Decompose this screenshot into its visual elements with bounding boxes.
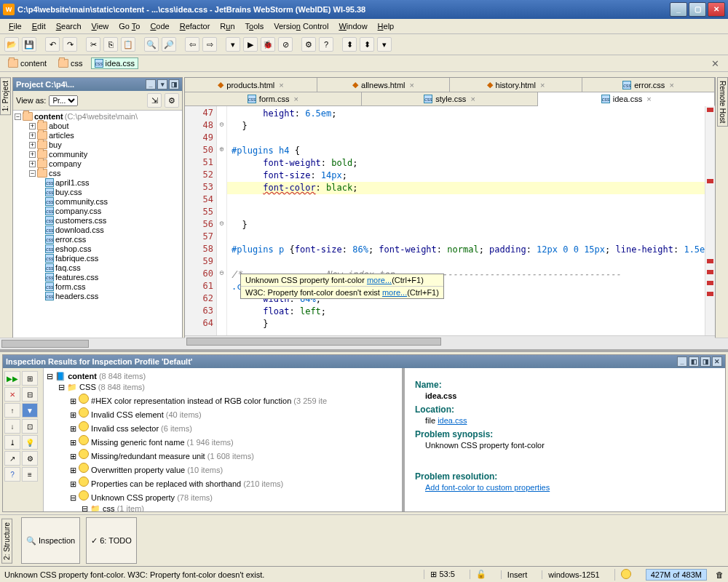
help2-icon[interactable]: ? bbox=[4, 467, 20, 482]
editor-hscroll[interactable] bbox=[185, 335, 715, 347]
export-icon[interactable]: ↗ bbox=[4, 451, 20, 466]
close-icon[interactable]: × bbox=[669, 81, 673, 89]
cut-button[interactable]: ✂ bbox=[86, 37, 100, 52]
collapse-icon[interactable]: ⊟ bbox=[22, 387, 38, 402]
dropdown-button[interactable]: ▾ bbox=[377, 37, 392, 52]
prev-icon[interactable]: ↑ bbox=[4, 403, 20, 418]
pane-opt-icon[interactable]: ▾ bbox=[157, 79, 167, 89]
location-link[interactable]: idea.css bbox=[438, 416, 467, 425]
tooltip-more1[interactable]: more... bbox=[367, 276, 392, 284]
status-memory[interactable]: 427M of 483M bbox=[646, 569, 707, 581]
tab-inspection[interactable]: 🔍 Inspection bbox=[21, 517, 80, 564]
crumb-idea-css[interactable]: cssidea.css bbox=[91, 57, 138, 69]
redo-button[interactable]: ↷ bbox=[63, 37, 77, 52]
side-tab-remote[interactable]: Remote Host bbox=[717, 77, 728, 127]
maximize-button[interactable]: ▢ bbox=[689, 2, 706, 17]
view-as-select[interactable]: Pr... bbox=[49, 95, 78, 106]
close-icon[interactable]: × bbox=[279, 81, 283, 89]
filter-icon[interactable]: ▼ bbox=[22, 403, 38, 418]
side-tab-structure[interactable]: 2: Structure bbox=[1, 519, 12, 564]
save-button[interactable]: 💾 bbox=[22, 37, 36, 52]
forward-button[interactable]: ⇨ bbox=[202, 37, 217, 52]
undo-button[interactable]: ↶ bbox=[45, 37, 60, 52]
close-icon[interactable]: × bbox=[293, 95, 298, 103]
menu-help[interactable]: Help bbox=[373, 20, 399, 32]
close-icon[interactable]: × bbox=[410, 81, 414, 89]
stop-button[interactable]: ⊘ bbox=[278, 37, 293, 52]
pane-min-icon[interactable]: _ bbox=[146, 79, 156, 89]
editor-tab[interactable]: css error.css × bbox=[582, 78, 715, 92]
group-icon[interactable]: ⊡ bbox=[22, 419, 38, 434]
expand-icon[interactable]: ⊞ bbox=[22, 371, 38, 386]
crumb-css[interactable]: css bbox=[55, 57, 87, 69]
menu-view[interactable]: View bbox=[87, 20, 114, 32]
copy-button[interactable]: ⎘ bbox=[103, 37, 118, 52]
minimize-button[interactable]: _ bbox=[670, 2, 687, 17]
replace-button[interactable]: 🔎 bbox=[162, 37, 176, 52]
editor-tab[interactable]: css style.css × bbox=[362, 92, 539, 105]
collapse-icon[interactable]: ⇲ bbox=[147, 93, 162, 108]
find-button[interactable]: 🔍 bbox=[144, 37, 159, 52]
run-button[interactable]: ▶ bbox=[243, 37, 258, 52]
debug-button[interactable]: 🐞 bbox=[261, 37, 275, 52]
editor-tab[interactable]: ◆ allnews.html × bbox=[317, 78, 450, 92]
inspection-tree[interactable]: ⊟ 📘 content (8 848 items)⊟ 📁 CSS (8 848 … bbox=[44, 368, 405, 511]
open-button[interactable]: 📂 bbox=[4, 37, 19, 52]
crumb-content[interactable]: content bbox=[4, 57, 50, 69]
side-tab-project[interactable]: 1: Project bbox=[0, 77, 11, 115]
close-button[interactable]: ✕ bbox=[708, 2, 725, 17]
next-icon[interactable]: ↓ bbox=[4, 419, 20, 434]
close-icon[interactable]: × bbox=[540, 81, 545, 89]
autoscroll-icon[interactable]: ⤓ bbox=[4, 435, 20, 450]
status-insert[interactable]: Insert bbox=[501, 570, 534, 579]
menu-file[interactable]: File bbox=[4, 20, 26, 32]
rerun-icon[interactable]: ▶▶ bbox=[4, 371, 20, 386]
status-inspector[interactable] bbox=[614, 569, 637, 581]
paste-button[interactable]: 📋 bbox=[121, 37, 135, 52]
tab-todo[interactable]: ✓ 6: TODO bbox=[86, 517, 137, 564]
vcs2-button[interactable]: ⬍ bbox=[360, 37, 374, 52]
editor-tab[interactable]: css form.css × bbox=[185, 92, 362, 105]
code-editor[interactable]: 474849505152535455565758596061626364 ⊖⊕⊖… bbox=[185, 106, 715, 335]
tooltip-more2[interactable]: more... bbox=[382, 288, 407, 297]
menu-search[interactable]: Search bbox=[52, 20, 86, 32]
status-encoding[interactable]: windows-1251 bbox=[542, 570, 605, 579]
menu-edit[interactable]: Edit bbox=[28, 20, 50, 32]
menu-code[interactable]: Code bbox=[146, 20, 173, 32]
vcs-button[interactable]: ⬍ bbox=[342, 37, 357, 52]
editor-tab[interactable]: ◆ products.html × bbox=[185, 78, 317, 92]
inspection-detail: Name: idea.css Location: file idea.css P… bbox=[405, 368, 725, 511]
close-icon[interactable]: ✕ bbox=[4, 387, 20, 402]
diff-icon[interactable]: ≡ bbox=[22, 467, 38, 482]
insp-min[interactable]: _ bbox=[677, 356, 687, 367]
insp-hide[interactable]: ✕ bbox=[712, 356, 722, 367]
breadcrumb-close[interactable]: ✕ bbox=[707, 58, 724, 69]
menu-tools[interactable]: Tools bbox=[241, 20, 269, 32]
editor-tab[interactable]: ◆ history.html × bbox=[450, 78, 582, 92]
close-icon[interactable]: × bbox=[470, 95, 475, 103]
menu-run[interactable]: Run bbox=[215, 20, 239, 32]
close-icon[interactable]: × bbox=[646, 95, 651, 103]
fix-icon[interactable]: 💡 bbox=[22, 435, 38, 450]
build-button[interactable]: ▾ bbox=[226, 37, 240, 52]
settings-button[interactable]: ⚙ bbox=[301, 37, 316, 52]
back-button[interactable]: ⇦ bbox=[185, 37, 199, 52]
insp-float[interactable]: ◧ bbox=[689, 356, 699, 367]
code-body[interactable]: height: 6.5em; }#plugins h4 { font-weigh… bbox=[227, 106, 705, 335]
editor-tab[interactable]: css idea.css × bbox=[538, 92, 715, 106]
insp-dock[interactable]: ◨ bbox=[700, 356, 711, 367]
menu-goto[interactable]: Go To bbox=[114, 20, 144, 32]
fold-column[interactable]: ⊖⊕⊖⊖ bbox=[217, 106, 227, 335]
gear-icon[interactable]: ⚙ bbox=[165, 93, 179, 108]
menu-refactor[interactable]: Refactor bbox=[175, 20, 215, 32]
status-lock[interactable]: 🔓 bbox=[470, 570, 492, 579]
status-trash-icon[interactable]: 🗑 bbox=[716, 570, 724, 579]
error-stripe[interactable] bbox=[705, 106, 715, 335]
menu-window[interactable]: Window bbox=[334, 20, 371, 32]
menu-vcs[interactable]: Version Control bbox=[269, 20, 333, 32]
resolution-link[interactable]: Add font-color to custom properties bbox=[425, 483, 550, 492]
help-button[interactable]: ? bbox=[319, 37, 333, 52]
project-tree[interactable]: − content (C:\p4\website\main\+ about+ a… bbox=[13, 111, 182, 347]
pane-hide-icon[interactable]: ◨ bbox=[169, 79, 179, 89]
settings2-icon[interactable]: ⚙ bbox=[22, 451, 38, 466]
